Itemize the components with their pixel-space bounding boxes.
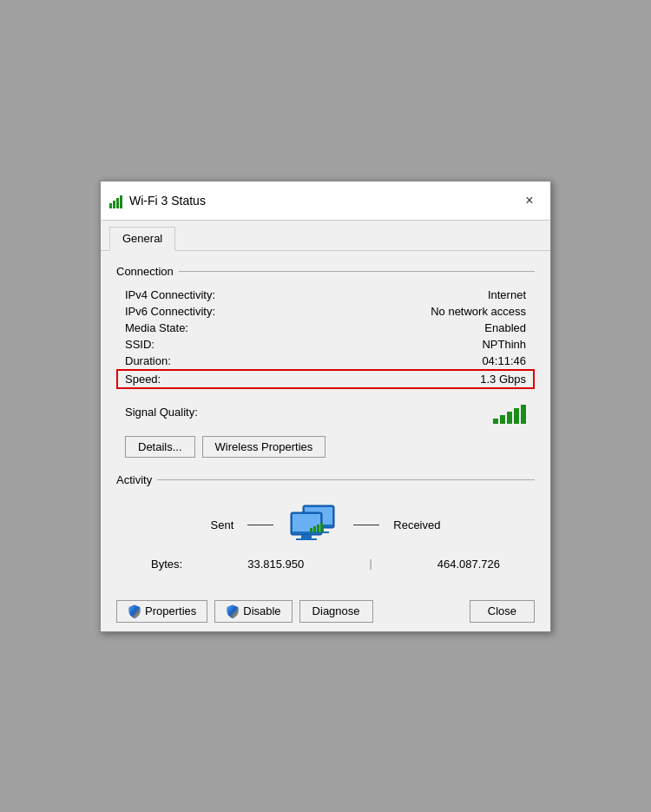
signal-bars-icon [493,401,526,424]
ipv4-value: Internet [488,288,526,301]
bytes-separator: | [369,558,372,570]
diagnose-button[interactable]: Diagnose [299,600,373,623]
ipv6-value: No network access [431,305,526,318]
activity-section-title: Activity [116,473,152,486]
content-area: Connection IPv4 Connectivity: Internet I… [101,251,550,588]
wifi-icon [109,193,122,208]
ssid-row: SSID: NPThinh [116,336,535,353]
media-state-row: Media State: Enabled [116,320,535,336]
ipv6-label: IPv6 Connectivity: [125,305,215,318]
speed-value: 1.3 Gbps [480,373,526,386]
shield-icon-properties [128,604,141,618]
close-button[interactable]: Close [470,600,535,623]
connection-info-table: IPv4 Connectivity: Internet IPv6 Connect… [116,287,535,389]
signal-bar-5 [521,405,526,424]
window-title: Wi-Fi 3 Status [129,194,206,208]
signal-bar-3 [507,412,512,424]
activity-section-header: Activity [116,473,535,486]
signal-quality-row: Signal Quality: [116,398,535,431]
bytes-row: Bytes: 33.815.950 | 464.087.726 [116,552,535,576]
tab-general[interactable]: General [109,227,175,251]
speed-row: Speed: 1.3 Gbps [116,369,535,389]
title-bar-left: Wi-Fi 3 Status [109,193,206,208]
details-button[interactable]: Details... [125,436,195,458]
svg-rect-8 [310,528,312,532]
connection-section-header: Connection [116,265,535,278]
connection-section-title: Connection [116,265,174,278]
svg-rect-5 [293,514,320,531]
title-bar: Wi-Fi 3 Status × [101,182,550,221]
signal-quality-label: Signal Quality: [125,406,198,419]
detail-buttons-row: Details... Wireless Properties [116,431,535,470]
ssid-label: SSID: [125,338,155,351]
properties-button[interactable]: Properties [116,600,207,623]
duration-row: Duration: 04:11:46 [116,353,535,369]
bottom-buttons-row: Properties Disable Diagnose Close [101,588,550,631]
wifi-status-window: Wi-Fi 3 Status × General Connection IPv4… [100,181,551,632]
spacer [380,600,463,623]
media-state-value: Enabled [484,321,526,334]
ipv4-label: IPv4 Connectivity: [125,288,215,301]
bytes-received-value: 464.087.726 [437,558,500,571]
signal-bar-2 [500,415,505,424]
ipv6-row: IPv6 Connectivity: No network access [116,303,535,320]
activity-section: Activity Sent [116,473,535,576]
properties-button-label: Properties [145,604,196,617]
svg-rect-11 [320,523,323,532]
duration-value: 04:11:46 [482,354,526,367]
svg-rect-7 [296,538,317,540]
signal-bar-1 [493,419,498,424]
received-line [353,525,379,525]
media-state-label: Media State: [125,321,188,334]
tab-bar: General [101,221,550,251]
window-close-button[interactable]: × [517,188,542,213]
computer-svg [287,504,339,547]
svg-rect-6 [301,535,312,538]
activity-section-line [157,479,535,480]
activity-visual: Sent [116,495,535,552]
shield-icon-disable [226,604,240,618]
bytes-label: Bytes: [151,558,182,571]
disable-button-label: Disable [243,604,280,617]
svg-rect-10 [317,525,319,532]
computer-icon [287,504,339,547]
sent-label: Sent [211,518,234,531]
sent-line [247,525,273,525]
svg-rect-9 [313,526,316,532]
speed-label: Speed: [125,373,161,386]
bytes-sent-value: 33.815.950 [247,558,304,571]
connection-section-line [179,271,535,272]
disable-button[interactable]: Disable [214,600,292,623]
ssid-value: NPThinh [482,338,526,351]
signal-bar-4 [514,408,519,424]
wireless-properties-button[interactable]: Wireless Properties [202,436,326,458]
received-label: Received [393,518,440,531]
ipv4-row: IPv4 Connectivity: Internet [116,287,535,303]
duration-label: Duration: [125,354,171,367]
